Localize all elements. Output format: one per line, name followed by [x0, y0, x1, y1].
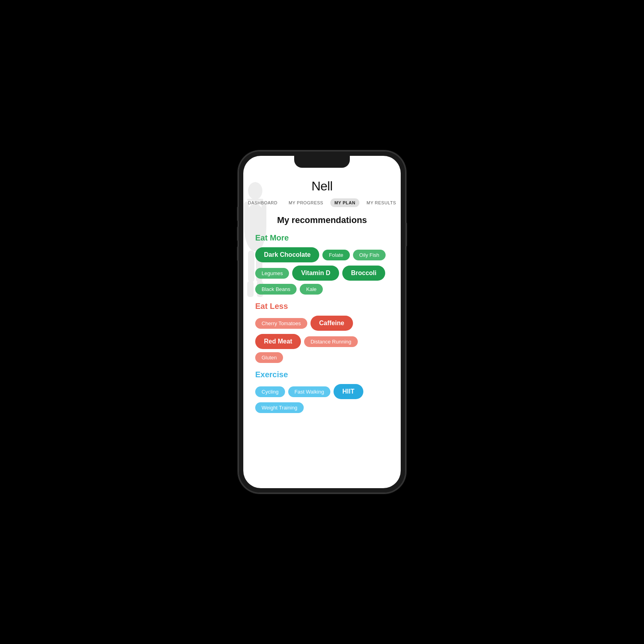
- screen-content[interactable]: Nell DASHBOARD MY PROGRESS My Plan MY RE…: [243, 156, 401, 488]
- phone-frame: Nell DASHBOARD MY PROGRESS My Plan MY RE…: [239, 151, 405, 493]
- exercise-tags: Cycling Fast Walking HIIT Weight Trainin…: [255, 384, 389, 413]
- eat-less-title: Eat Less: [255, 302, 389, 311]
- exercise-title: Exercise: [255, 370, 389, 379]
- app-title: Nell: [243, 179, 401, 194]
- phone-screen: Nell DASHBOARD MY PROGRESS My Plan MY RE…: [243, 156, 401, 488]
- eat-less-tags: Cherry Tomatoes Caffeine Red Meat Distan…: [255, 316, 389, 363]
- tag-caffeine[interactable]: Caffeine: [310, 316, 353, 331]
- tag-dark-chocolate[interactable]: Dark Chocolate: [255, 247, 319, 262]
- tab-my-results[interactable]: MY RESULTS: [363, 198, 400, 207]
- tag-folate[interactable]: Folate: [322, 250, 349, 260]
- eat-more-section: Eat More Dark Chocolate Folate Oily Fish…: [243, 233, 401, 295]
- tab-dashboard[interactable]: DASHBOARD: [244, 198, 281, 207]
- eat-more-title: Eat More: [255, 233, 389, 242]
- notch: [294, 156, 350, 168]
- eat-more-tags: Dark Chocolate Folate Oily Fish Legumes …: [255, 247, 389, 295]
- eat-less-section: Eat Less Cherry Tomatoes Caffeine Red Me…: [243, 302, 401, 363]
- tag-kale[interactable]: Kale: [300, 284, 323, 295]
- tag-distance-running[interactable]: Distance Running: [304, 336, 358, 347]
- exercise-section: Exercise Cycling Fast Walking HIIT Weigh…: [243, 370, 401, 413]
- tag-fast-walking[interactable]: Fast Walking: [288, 386, 331, 397]
- tag-broccoli[interactable]: Broccoli: [342, 266, 385, 281]
- nav-tabs: DASHBOARD MY PROGRESS My Plan MY RESULTS: [243, 198, 401, 207]
- tag-cherry-tomatoes[interactable]: Cherry Tomatoes: [255, 318, 307, 329]
- tag-oily-fish[interactable]: Oily Fish: [353, 250, 386, 260]
- tag-gluten[interactable]: Gluten: [255, 352, 283, 363]
- page-title: My recommendations: [243, 215, 401, 225]
- tag-hiit[interactable]: HIIT: [334, 384, 363, 399]
- tag-weight-training[interactable]: Weight Training: [255, 402, 304, 413]
- tag-vitamin-d[interactable]: Vitamin D: [292, 266, 339, 281]
- tag-legumes[interactable]: Legumes: [255, 268, 289, 279]
- tag-cycling[interactable]: Cycling: [255, 386, 285, 397]
- tag-red-meat[interactable]: Red Meat: [255, 334, 301, 349]
- tab-my-plan[interactable]: My Plan: [330, 198, 359, 207]
- tag-black-beans[interactable]: Black Beans: [255, 284, 297, 295]
- tab-my-progress[interactable]: MY PROGRESS: [285, 198, 327, 207]
